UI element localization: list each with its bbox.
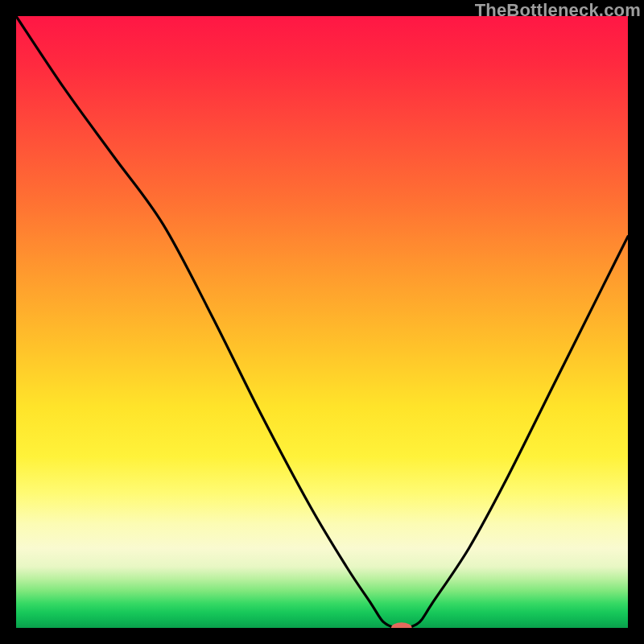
curve-layer xyxy=(16,16,628,628)
plot-area xyxy=(16,16,628,628)
bottleneck-curve xyxy=(16,16,628,628)
chart-stage: TheBottleneck.com xyxy=(0,0,644,644)
optimal-point-marker xyxy=(391,622,412,628)
watermark-text: TheBottleneck.com xyxy=(475,0,641,21)
